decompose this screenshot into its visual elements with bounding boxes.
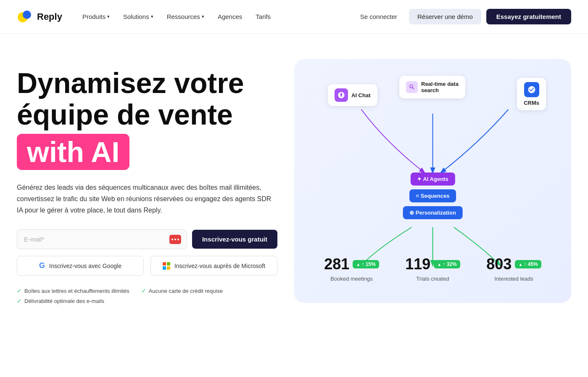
stat-booked: 281 ▲ ↑ 15% Booked meetings [324,255,379,282]
stat-booked-badge: ▲ ↑ 15% [353,260,379,268]
stat-trials: 119 ▲ ↑ 32% Trials created [405,255,460,282]
chevron-down-icon: ▾ [107,14,110,19]
microsoft-icon [163,262,170,270]
google-signup-button[interactable]: G Inscrivez-vous avec Google [17,256,144,276]
stat-leads: 803 ▲ ↑ 45% Interested leads [486,255,541,282]
social-buttons: G Inscrivez-vous avec Google Inscrivez-v… [17,256,277,276]
email-input-wrap [17,229,187,249]
stat-trials-badge: ▲ ↑ 32% [434,260,460,268]
microsoft-signup-button[interactable]: Inscrivez-vous auprès de Microsoft [150,256,277,276]
check-item-2: ✓ Aucune carte de crédit requise [141,287,223,294]
diagram-realtime-box: Real-time data search [399,76,465,98]
stat-trials-num-row: 119 ▲ ↑ 32% [405,255,460,273]
check-icon-1: ✓ [17,287,22,294]
logo-icon [17,9,33,25]
search-icon [406,81,418,93]
crm-icon [524,82,539,97]
chevron-down-icon: ▾ [202,14,204,19]
hero-checks: ✓ Boîtes aux lettres et échauffements il… [17,287,277,304]
diagram-ai-chat-box: AI Chat [328,84,377,106]
check-icon-3: ✓ [17,297,22,304]
nav-produits[interactable]: Produits ▾ [82,13,110,20]
hero-right: AI Chat Real-time data search CRMs ✦ AI [294,59,571,311]
stat-leads-badge: ▲ ↑ 45% [515,260,541,268]
diagram: AI Chat Real-time data search CRMs ✦ AI [294,59,571,303]
google-icon: G [39,261,45,270]
logo[interactable]: Reply [17,9,62,25]
chevron-down-icon: ▾ [151,14,153,19]
email-row: Inscrivez-vous gratuit [17,229,277,249]
nav-links: Produits ▾ Solutions ▾ Ressources ▾ Agen… [82,13,353,20]
hero-description: Générez des leads via des séquences mult… [17,182,277,216]
login-button[interactable]: Se connecter [353,10,404,24]
signup-button[interactable]: Inscrivez-vous gratuit [192,230,277,249]
nav-tarifs[interactable]: Tarifs [256,13,271,20]
check-item-3: ✓ Délivrabilité optimale des e-mails [17,297,104,304]
nav-agences[interactable]: Agences [218,13,242,20]
chat-bubble-icon [335,88,348,102]
stat-leads-num-row: 803 ▲ ↑ 45% [486,255,541,273]
hero-highlight: with AI [17,134,129,170]
dots-icon [171,239,179,240]
stat-booked-num-row: 281 ▲ ↑ 15% [324,255,379,273]
svg-point-1 [23,11,31,19]
navbar: Reply Produits ▾ Solutions ▾ Ressources … [0,0,588,34]
email-icon [169,235,181,244]
stats-row: 281 ▲ ↑ 15% Booked meetings 119 ▲ ↑ 32% [294,255,571,282]
check-icon-2: ✓ [141,287,146,294]
nav-ressources[interactable]: Ressources ▾ [167,13,204,20]
diagram-ai-agents-box: ✦ AI Agents [410,173,455,186]
try-button[interactable]: Essayez gratuitement [486,9,571,24]
email-input[interactable] [17,229,187,249]
hero-title: Dynamisez votre équipe de vente [17,67,277,130]
diagram-personalization-box: ⊕ Personalization [403,206,463,219]
diagram-sequences-box: ≡ Sequences [409,189,456,202]
nav-actions: Se connecter Réserver une démo Essayez g… [353,9,571,24]
diagram-crms-box: CRMs [517,78,546,110]
check-item-1: ✓ Boîtes aux lettres et échauffements il… [17,287,129,294]
hero-left: Dynamisez votre équipe de vente with AI … [17,59,294,304]
logo-label: Reply [37,11,62,22]
hero-section: Dynamisez votre équipe de vente with AI … [0,34,588,377]
demo-button[interactable]: Réserver une démo [409,9,481,24]
nav-solutions[interactable]: Solutions ▾ [123,13,153,20]
